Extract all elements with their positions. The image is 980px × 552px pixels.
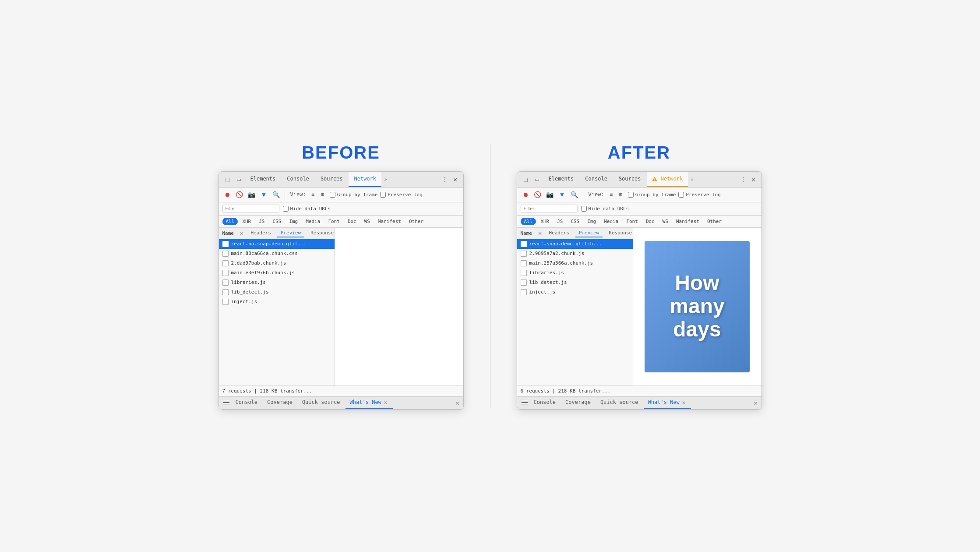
after-tab-more[interactable]: » xyxy=(689,177,695,182)
after-filter-input[interactable] xyxy=(521,205,578,212)
after-col-tab-headers[interactable]: Headers xyxy=(545,229,572,237)
after-whatsnew-close[interactable]: ✕ xyxy=(681,399,687,406)
col-tab-headers[interactable]: Headers xyxy=(247,229,274,237)
camera-btn[interactable]: 📷 xyxy=(247,190,257,199)
after-tab-elements[interactable]: Elements xyxy=(543,171,579,187)
after-file-row-4[interactable]: lib_detect.js xyxy=(517,278,633,287)
after-drawer-tab-coverage[interactable]: Coverage xyxy=(561,396,595,409)
after-res-ws[interactable]: WS xyxy=(659,218,672,225)
drawer-tab-quicksource[interactable]: Quick source xyxy=(298,396,345,409)
tab-network[interactable]: Network xyxy=(349,171,381,187)
after-res-xhr[interactable]: XHR xyxy=(537,218,553,225)
after-col-tab-preview[interactable]: Preview xyxy=(575,229,603,237)
hide-urls-label[interactable]: Hide data URLs xyxy=(283,206,331,212)
file-row-6[interactable]: inject.js xyxy=(219,297,335,307)
after-drawer-close-btn[interactable]: ✕ xyxy=(754,399,758,407)
after-tab-console[interactable]: Console xyxy=(580,171,613,187)
file-row-2[interactable]: 2.dad97bab.chunk.js xyxy=(219,258,335,268)
after-device-icon[interactable]: ▭ xyxy=(532,174,543,184)
inspect-icon[interactable]: ⬚ xyxy=(222,174,233,184)
after-group-by-frame-label[interactable]: Group by frame xyxy=(628,192,676,198)
after-res-font[interactable]: Font xyxy=(623,218,642,225)
search-btn[interactable]: 🔍 xyxy=(271,190,281,199)
device-icon[interactable]: ▭ xyxy=(234,174,244,184)
after-res-media[interactable]: Media xyxy=(600,218,622,225)
drawer-tab-console[interactable]: Console xyxy=(231,396,262,409)
drawer-tab-whatsnew[interactable]: What's New ✕ xyxy=(345,396,393,409)
after-tab-sources[interactable]: Sources xyxy=(613,171,646,187)
res-media[interactable]: Media xyxy=(302,218,324,225)
after-res-manifest[interactable]: Manifest xyxy=(673,218,703,225)
preserve-log-checkbox[interactable] xyxy=(380,192,386,198)
after-res-css[interactable]: CSS xyxy=(568,218,583,225)
after-preserve-log-checkbox[interactable] xyxy=(678,192,684,198)
after-file-row-3[interactable]: libraries.js xyxy=(517,268,633,278)
res-manifest[interactable]: Manifest xyxy=(374,218,405,225)
col-tab-response[interactable]: Response xyxy=(307,229,335,237)
group-by-frame-label[interactable]: Group by frame xyxy=(330,192,378,198)
after-drawer-tab-console[interactable]: Console xyxy=(529,396,561,409)
after-file-row-0[interactable]: react-snap-demo.glitch... xyxy=(517,239,633,249)
clear-btn[interactable]: 🚫 xyxy=(235,190,244,199)
hide-urls-checkbox[interactable] xyxy=(283,206,289,212)
res-css[interactable]: CSS xyxy=(269,218,285,225)
res-doc[interactable]: Doc xyxy=(344,218,360,225)
list-view-btn[interactable]: ≡ xyxy=(309,190,317,199)
after-group-by-frame-checkbox[interactable] xyxy=(628,192,634,198)
drawer-menu-icon[interactable] xyxy=(222,399,230,407)
res-all[interactable]: All xyxy=(222,218,238,225)
filter-icon[interactable]: ▼ xyxy=(259,190,269,199)
after-inspect-icon[interactable]: ⬚ xyxy=(521,174,531,184)
file-row-1[interactable]: main.80ca66ca.chunk.css xyxy=(219,249,335,258)
after-res-doc[interactable]: Doc xyxy=(642,218,658,225)
group-by-frame-checkbox[interactable] xyxy=(330,192,335,198)
after-col-tab-response[interactable]: Response xyxy=(605,229,633,237)
tab-more[interactable]: » xyxy=(382,177,389,182)
preserve-log-label[interactable]: Preserve log xyxy=(380,192,422,198)
after-filter-icon[interactable]: ▼ xyxy=(557,190,567,199)
file-row-4[interactable]: libraries.js xyxy=(219,278,335,287)
close-col[interactable]: ✕ xyxy=(239,230,244,237)
file-row-5[interactable]: lib_detect.js xyxy=(219,287,335,297)
res-xhr[interactable]: XHR xyxy=(239,218,254,225)
after-res-js[interactable]: JS xyxy=(553,218,566,225)
after-search-btn[interactable]: 🔍 xyxy=(570,190,579,199)
filter-input[interactable] xyxy=(222,205,279,212)
drawer-close-btn[interactable]: ✕ xyxy=(455,399,460,407)
record-btn[interactable]: ⏺ xyxy=(222,190,232,199)
after-hide-urls-label[interactable]: Hide data URLs xyxy=(581,206,629,212)
after-camera-btn[interactable]: 📷 xyxy=(545,190,555,199)
tab-elements[interactable]: Elements xyxy=(245,171,281,187)
after-drawer-tab-quicksource[interactable]: Quick source xyxy=(596,396,643,409)
after-drawer-tab-whatsnew[interactable]: What's New ✕ xyxy=(644,396,691,409)
res-font[interactable]: Font xyxy=(324,218,343,225)
after-file-row-1[interactable]: 2.9895a7a2.chunk.js xyxy=(517,249,633,258)
after-res-other[interactable]: Other xyxy=(704,218,725,225)
kebab-menu[interactable]: ⋮ xyxy=(440,174,450,184)
file-row-3[interactable]: main.e3ef976b.chunk.js xyxy=(219,268,335,278)
after-kebab-menu[interactable]: ⋮ xyxy=(738,174,748,184)
after-file-row-2[interactable]: main.257a366a.chunk.js xyxy=(517,258,633,268)
grid-view-btn[interactable]: ⊞ xyxy=(318,190,327,199)
res-js[interactable]: JS xyxy=(255,218,268,225)
res-img[interactable]: Img xyxy=(286,218,301,225)
drawer-tab-coverage[interactable]: Coverage xyxy=(263,396,297,409)
after-preserve-log-label[interactable]: Preserve log xyxy=(678,192,720,198)
after-res-all[interactable]: All xyxy=(521,218,536,225)
after-tab-network[interactable]: Network xyxy=(647,171,688,187)
after-close-devtools[interactable]: ✕ xyxy=(749,175,758,184)
after-file-row-5[interactable]: inject.js xyxy=(517,287,633,297)
after-close-col[interactable]: ✕ xyxy=(537,230,543,237)
after-res-img[interactable]: Img xyxy=(584,218,599,225)
col-tab-preview[interactable]: Preview xyxy=(277,229,304,237)
after-record-btn[interactable]: ⏺ xyxy=(521,190,530,199)
res-ws[interactable]: WS xyxy=(361,218,374,225)
after-clear-btn[interactable]: 🚫 xyxy=(533,190,543,199)
tab-console[interactable]: Console xyxy=(282,171,314,187)
close-devtools[interactable]: ✕ xyxy=(451,175,460,184)
file-row-0[interactable]: react-no-snap-demo.glit... xyxy=(219,239,335,249)
after-list-view-btn[interactable]: ≡ xyxy=(607,190,616,199)
after-drawer-menu-icon[interactable] xyxy=(521,399,529,407)
after-hide-urls-checkbox[interactable] xyxy=(581,206,587,212)
whatsnew-close[interactable]: ✕ xyxy=(383,399,388,406)
